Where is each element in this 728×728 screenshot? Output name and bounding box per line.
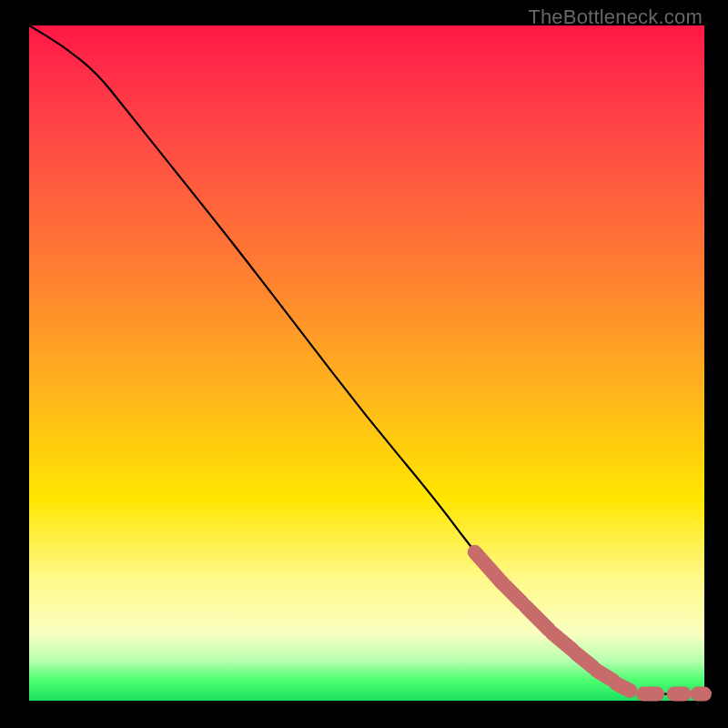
chart-frame: TheBottleneck.com (0, 0, 728, 728)
marker-capsule (617, 683, 631, 690)
marker-capsule (596, 671, 613, 681)
marker-capsule (525, 606, 549, 630)
bottleneck-curve (29, 25, 704, 694)
marker-capsule (501, 582, 521, 602)
marker-capsule (576, 653, 593, 667)
marker-group (475, 552, 704, 694)
plot-area (29, 25, 704, 701)
curve-svg (29, 25, 704, 701)
marker-capsule (552, 633, 572, 651)
